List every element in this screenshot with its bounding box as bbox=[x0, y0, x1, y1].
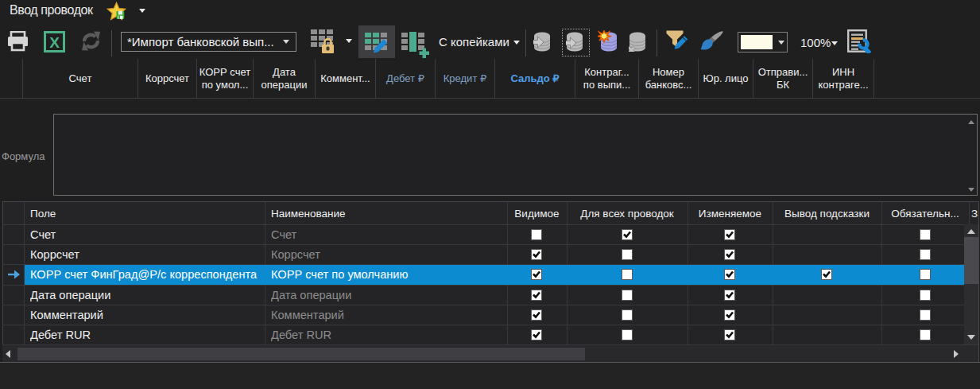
svg-text:X: X bbox=[49, 34, 60, 51]
